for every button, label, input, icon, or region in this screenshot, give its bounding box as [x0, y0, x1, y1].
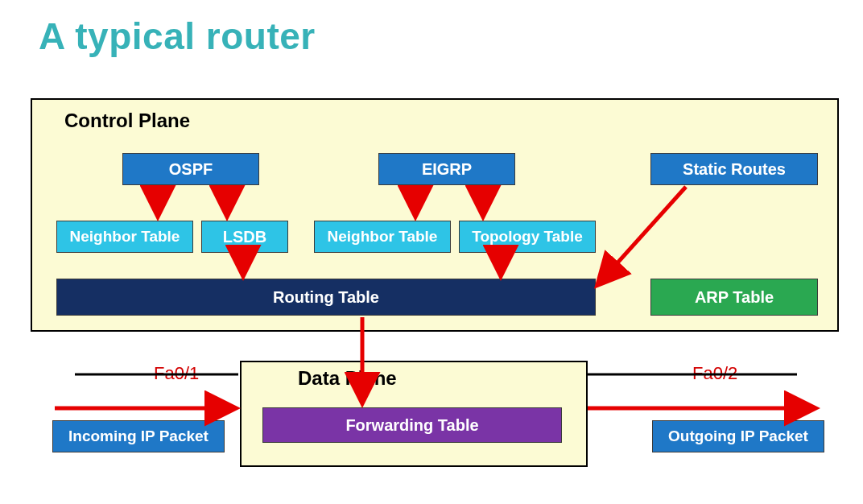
incoming-packet-box: Incoming IP Packet: [52, 420, 225, 452]
control-plane-label: Control Plane: [64, 109, 190, 132]
static-routes-box: Static Routes: [650, 153, 818, 185]
eigrp-topology-table: Topology Table: [459, 221, 596, 253]
data-plane-label: Data Plane: [298, 367, 397, 390]
forwarding-table-box: Forwarding Table: [262, 407, 562, 443]
ospf-box: OSPF: [122, 153, 259, 185]
slide-title: A typical router: [39, 14, 316, 58]
routing-table-box: Routing Table: [56, 279, 596, 316]
outgoing-packet-box: Outgoing IP Packet: [652, 420, 824, 452]
eigrp-neighbor-table: Neighbor Table: [314, 221, 451, 253]
interface-out-label: Fa0/2: [691, 363, 739, 384]
ospf-neighbor-table: Neighbor Table: [56, 221, 193, 253]
ospf-lsdb: LSDB: [201, 221, 288, 253]
arp-table-box: ARP Table: [650, 279, 818, 316]
eigrp-box: EIGRP: [378, 153, 515, 185]
interface-in-label: Fa0/1: [152, 363, 200, 384]
